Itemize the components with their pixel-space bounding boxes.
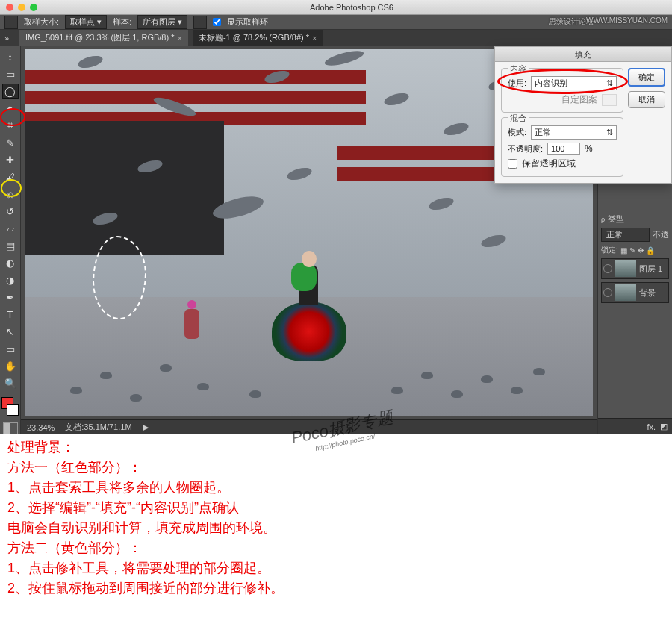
lasso-tool[interactable]: ◯ — [2, 84, 19, 99]
chevron-down-icon: ▾ — [178, 17, 182, 26]
opacity-label: 不透明度: — [508, 143, 543, 155]
eyedropper-tool[interactable]: ✎ — [2, 135, 19, 150]
instr-method1: 方法一（红色部分）： — [7, 458, 665, 478]
layer-name[interactable]: 背景 — [639, 287, 656, 299]
background-color[interactable] — [7, 404, 19, 416]
chevron-down-icon: ⇅ — [606, 128, 613, 137]
use-select[interactable]: 内容识别⇅ — [531, 76, 617, 90]
mode-label: 模式: — [508, 127, 526, 138]
layer-row[interactable]: 背景 — [601, 282, 669, 303]
healing-brush-tool[interactable]: ✚ — [2, 152, 19, 167]
lock-pixels-icon[interactable]: ✎ — [629, 246, 635, 255]
tab-document-2[interactable]: 未标题-1 @ 78.2% (RGB/8#) *× — [193, 30, 323, 46]
lock-trans-icon[interactable]: ▦ — [620, 246, 627, 255]
layer-row[interactable]: 图层 1 — [601, 258, 669, 279]
tools-panel: ↕▭◯✦⌗✎✚🖌⎌↺▱▤◐◑✒T↖▭✋🔍 — [0, 46, 21, 434]
mode-select[interactable]: 正常⇅ — [531, 125, 617, 140]
status-bar: 23.34% 文档:35.1M/71.1M ▶ — [21, 419, 597, 434]
custom-pattern-label: 自定图案 — [561, 93, 597, 106]
close-icon[interactable]: × — [177, 34, 181, 43]
layer-name[interactable]: 图层 1 — [639, 263, 662, 275]
opacity-label: 不透 — [653, 229, 669, 240]
path-tool[interactable]: ↖ — [2, 324, 19, 339]
ok-button[interactable]: 确定 — [628, 68, 665, 87]
marquee-tool[interactable]: ▭ — [2, 66, 19, 81]
instructions-text: 处理背景： 方法一（红色部分）： 1、点击套索工具将多余的人物圈起。 2、选择“… — [0, 427, 672, 609]
close-icon[interactable]: × — [312, 34, 317, 43]
blend-fieldset: 混合 模式: 正常⇅ 不透明度: 100 % 保留透明区域 — [501, 117, 623, 177]
visibility-icon[interactable] — [603, 288, 612, 297]
blur-tool[interactable]: ◐ — [2, 255, 19, 270]
hand-tool[interactable]: ✋ — [2, 358, 19, 373]
minimize-window-button[interactable] — [18, 4, 25, 11]
visibility-icon[interactable] — [603, 264, 612, 273]
content-legend: 内容 — [508, 63, 529, 75]
layers-kind-label: 类型 — [608, 213, 624, 225]
cancel-button[interactable]: 取消 — [628, 91, 665, 108]
use-label: 使用: — [508, 78, 526, 89]
instr-m1-note: 电脑会自动识别和计算，填充成周围的环境。 — [7, 518, 665, 538]
layer-thumb — [615, 284, 636, 301]
blend-legend: 混合 — [508, 113, 529, 124]
show-ring-checkbox[interactable] — [213, 18, 221, 26]
current-tool-icon[interactable] — [4, 16, 18, 29]
lock-all-icon[interactable]: 🔒 — [646, 246, 655, 255]
main-subject — [264, 230, 354, 379]
chevron-down-icon: ▾ — [97, 17, 102, 26]
layers-panel: ρ 类型 正常 不透 锁定: ▦ ✎ ✥ 🔒 图层 1 — [598, 210, 672, 418]
bystander — [182, 300, 202, 351]
instr-m1-step1: 1、点击套索工具将多余的人物圈起。 — [7, 478, 665, 498]
quick-mask-toggle[interactable] — [3, 422, 18, 434]
dodge-tool[interactable]: ◑ — [2, 272, 19, 287]
tab-document-1[interactable]: IMG_5091.tif @ 23.3% (图层 1, RGB/8) *× — [19, 30, 188, 46]
layer-thumb — [615, 260, 636, 277]
zoom-window-button[interactable] — [30, 4, 37, 11]
lock-position-icon[interactable]: ✥ — [638, 246, 644, 255]
content-fieldset: 内容 使用: 内容识别⇅ 自定图案 — [501, 68, 623, 113]
watermark-right: WWW.MISSYUAN.COM — [586, 16, 668, 25]
layers-footer: fx. ◩ — [598, 418, 672, 434]
document-tabs: » IMG_5091.tif @ 23.3% (图层 1, RGB/8) *× … — [0, 30, 672, 46]
annotation-red-circle — [0, 108, 25, 126]
eraser-tool[interactable]: ▱ — [2, 221, 19, 236]
fill-dialog: 填充 内容 使用: 内容识别⇅ 自定图案 — [494, 46, 672, 184]
blend-mode-select[interactable]: 正常 — [601, 228, 650, 242]
pattern-thumb — [602, 94, 617, 106]
close-window-button[interactable] — [6, 4, 13, 11]
preserve-transparency-checkbox[interactable] — [508, 159, 517, 169]
sample-label: 样本: — [113, 16, 131, 28]
sample-select[interactable]: 所有图层 ▾ — [137, 15, 187, 29]
sample-size-select[interactable]: 取样点 ▾ — [65, 15, 107, 29]
instr-m2-step2: 2、按住鼠标拖动到周围接近的部分进行修补。 — [7, 578, 665, 599]
annotation-yellow-circle — [1, 179, 22, 197]
instr-m2-step1: 1、点击修补工具，将需要处理的部分圈起。 — [7, 558, 665, 578]
chevron-right-icon[interactable]: ▶ — [143, 422, 149, 432]
opacity-input[interactable]: 100 — [547, 143, 580, 155]
shape-tool[interactable]: ▭ — [2, 341, 19, 356]
window-chrome: Adobe Photoshop CS6 — [0, 0, 672, 15]
type-tool[interactable]: T — [2, 307, 19, 322]
options-extra-button[interactable] — [193, 16, 207, 29]
instr-m1-step2: 2、选择“编辑”-“填充”-“内容识别”点确认 — [7, 498, 665, 518]
dialog-title: 填充 — [495, 47, 671, 62]
zoom-level[interactable]: 23.34% — [27, 423, 55, 432]
move-tool[interactable]: ↕ — [2, 49, 19, 64]
workspace-toggle-icon[interactable]: » — [4, 34, 9, 43]
instr-title: 处理背景： — [7, 437, 665, 458]
history-brush-tool[interactable]: ↺ — [2, 204, 19, 219]
chevron-down-icon: ⇅ — [606, 78, 613, 88]
opacity-unit: % — [585, 143, 593, 154]
layer-mask-icon[interactable]: ◩ — [660, 422, 668, 431]
instr-method2: 方法二（黄色部分）： — [7, 538, 665, 558]
photoshop-frame: 思缘设计论坛 WWW.MISSYUAN.COM 取样大小: 取样点 ▾ 样本: … — [0, 15, 672, 427]
gradient-tool[interactable]: ▤ — [2, 238, 19, 253]
doc-size: 文档:35.1M/71.1M — [65, 422, 131, 433]
sample-size-label: 取样大小: — [24, 16, 59, 28]
show-ring-label: 显示取样环 — [227, 16, 268, 28]
fx-label[interactable]: fx. — [647, 422, 656, 431]
lock-label: 锁定: — [601, 245, 618, 255]
preserve-label: 保留透明区域 — [522, 157, 576, 170]
pen-tool[interactable]: ✒ — [2, 290, 19, 305]
app-title: Adobe Photoshop CS6 — [37, 3, 666, 12]
zoom-tool[interactable]: 🔍 — [2, 375, 19, 390]
